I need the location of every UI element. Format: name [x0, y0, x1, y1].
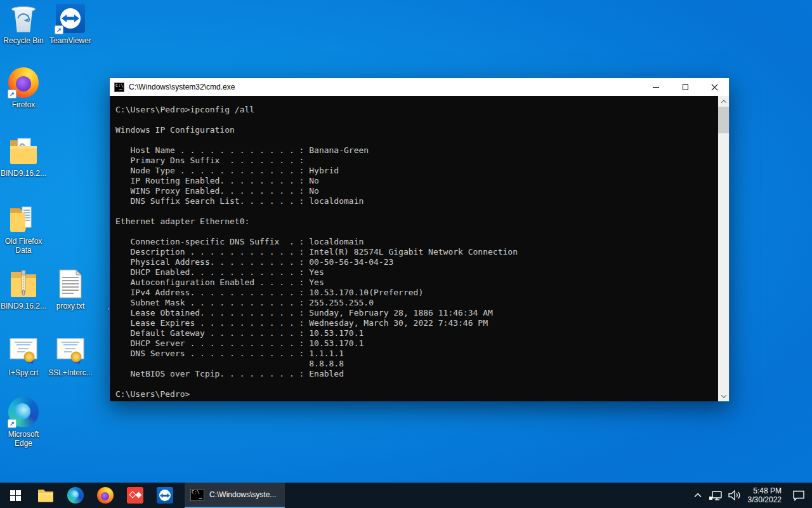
teamviewer-icon: ↗ [55, 3, 86, 34]
certificate-icon [8, 335, 39, 366]
maximize-icon [683, 84, 688, 90]
start-button[interactable] [0, 483, 30, 508]
windows-logo-icon [10, 490, 21, 501]
desktop-icon-recycle-bin[interactable]: Recycle Bin [1, 3, 46, 45]
firefox-icon [97, 487, 114, 504]
desktop-icon-ssl-intercept-crt[interactable]: SSL+Interc... [48, 335, 93, 377]
certificate-icon [55, 335, 86, 366]
scroll-up-button[interactable] [718, 96, 729, 107]
tray-network[interactable] [706, 483, 725, 508]
desktop-icon-label: Firefox [12, 100, 36, 109]
tray-volume[interactable] [725, 483, 744, 508]
desktop-icon-label: TeamViewer [49, 36, 91, 45]
shortcut-arrow-icon: ↗ [8, 419, 16, 428]
minimize-icon [653, 87, 659, 88]
desktop-icon-ispy-crt[interactable]: I+Spy.crt [1, 335, 46, 377]
tray-clock[interactable]: 5:48 PM 3/30/2022 [744, 486, 785, 504]
chevron-up-icon [721, 100, 726, 105]
taskbar-edge[interactable] [60, 483, 90, 508]
desktop-icon-label: proxy.txt [56, 302, 84, 311]
desktop-icon-label: I+Spy.crt [9, 368, 39, 377]
window-title: C:\Windows\system32\cmd.exe [129, 83, 641, 91]
edge-icon [67, 487, 84, 504]
desktop-icon-microsoft-edge[interactable]: ↗ Microsoft Edge [1, 397, 46, 448]
taskbar: C:\ C:\Windows\syste... [0, 483, 812, 508]
shortcut-arrow-icon: ↗ [8, 90, 16, 98]
desktop-icon-proxy-txt[interactable]: proxy.txt [48, 269, 93, 311]
console-text: C:\Users\Pedro>ipconfig /all Windows IP … [115, 105, 518, 399]
desktop-icon-label: Old Firefox Data [0, 237, 48, 255]
action-center-icon [792, 490, 805, 501]
taskbar-teamviewer[interactable] [150, 483, 180, 508]
shortcut-arrow-icon: ↗ [55, 25, 63, 34]
scrollbar-thumb[interactable] [718, 107, 729, 133]
desktop-icon-label: Recycle Bin [3, 36, 43, 45]
close-button[interactable] [700, 78, 729, 96]
desktop-icon-label: SSL+Interc... [48, 368, 93, 377]
chevron-down-icon [721, 392, 726, 398]
recycle-bin-icon [8, 3, 39, 34]
desktop-icon-firefox[interactable]: ↗ Firefox [1, 67, 46, 109]
cmd-icon: C:\ [114, 83, 124, 92]
minimize-button[interactable] [641, 78, 671, 96]
tray-time: 5:48 PM [748, 486, 782, 495]
desktop-icon-label: BIND9.16.2... [1, 302, 46, 311]
desktop-icon-bind9-folder[interactable]: BIND9.16.2... [1, 136, 46, 178]
folder-gears-icon [8, 136, 39, 166]
desktop-icon-teamviewer[interactable]: ↗ TeamViewer [48, 3, 93, 45]
taskbar-file-explorer[interactable] [30, 483, 60, 508]
desktop-icon-label: BIND9.16.2... [1, 169, 46, 178]
cmd-icon: C:\ [190, 489, 204, 501]
cmd-window: C:\ C:\Windows\system32\cmd.exe C:\Users… [109, 77, 730, 401]
tray-show-hidden-icons[interactable] [690, 483, 706, 508]
close-icon [711, 84, 718, 91]
desktop-icon-old-firefox-data[interactable]: Old Firefox Data [1, 204, 46, 255]
taskbar-firefox[interactable] [90, 483, 120, 508]
file-explorer-icon [37, 488, 54, 502]
zip-folder-icon [8, 269, 39, 299]
action-center-button[interactable] [785, 483, 812, 508]
edge-icon: ↗ [8, 397, 39, 427]
desktop: Recycle Bin ↗ TeamViewer ↗ Firefox [0, 0, 812, 508]
taskbar-active-cmd-window[interactable]: C:\ C:\Windows\syste... [185, 483, 285, 508]
system-tray: 5:48 PM 3/30/2022 [690, 483, 812, 508]
window-titlebar[interactable]: C:\ C:\Windows\system32\cmd.exe [110, 78, 729, 96]
taskbar-red-app[interactable] [120, 483, 150, 508]
maximize-button[interactable] [671, 78, 700, 96]
network-ethernet-icon [709, 490, 723, 502]
console-output[interactable]: C:\Users\Pedro>ipconfig /all Windows IP … [110, 96, 729, 401]
desktop-icon-bind9-zip[interactable]: BIND9.16.2... [1, 269, 46, 311]
text-file-icon [55, 269, 86, 299]
scrollbar[interactable] [718, 96, 729, 401]
chevron-up-icon [693, 491, 702, 499]
folder-document-icon [8, 204, 39, 234]
desktop-icon-label: Microsoft Edge [0, 430, 48, 448]
teamviewer-icon [157, 487, 173, 504]
scroll-down-button[interactable] [718, 391, 729, 401]
tray-date: 3/30/2022 [748, 495, 782, 504]
speaker-icon [728, 490, 741, 501]
firefox-icon: ↗ [8, 67, 39, 98]
active-task-label: C:\Windows\syste... [209, 490, 276, 499]
red-diamond-app-icon [127, 487, 143, 504]
